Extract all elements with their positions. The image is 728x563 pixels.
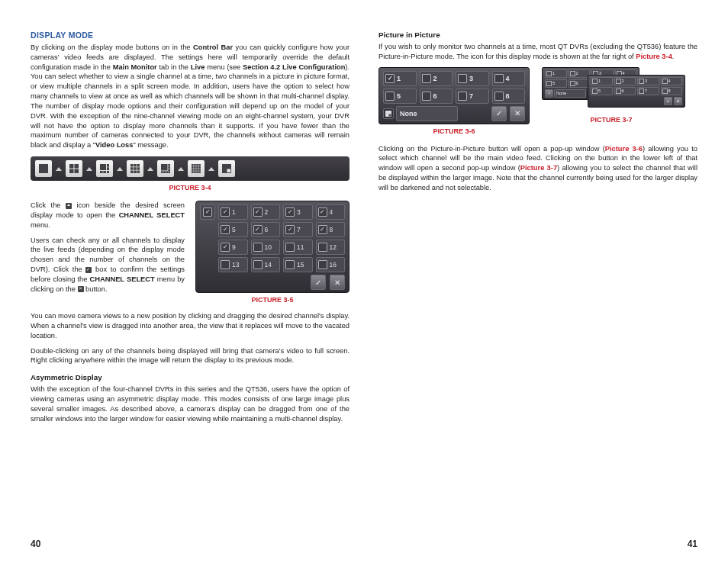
channel-checkbox[interactable]: 11 xyxy=(283,240,313,255)
svg-rect-15 xyxy=(134,167,137,170)
channel-checkbox[interactable]: 7 xyxy=(283,222,313,237)
svg-rect-13 xyxy=(137,164,140,167)
single-view-icon[interactable] xyxy=(35,160,52,177)
heading-pip: Picture in Picture xyxy=(378,31,697,39)
close-button[interactable]: ✕ xyxy=(510,106,525,121)
svg-rect-21 xyxy=(168,164,170,166)
caption-picture-3-7: PICTURE 3-7 xyxy=(542,116,681,124)
arrow-up-icon[interactable] xyxy=(147,167,153,171)
pip-none-option[interactable]: None xyxy=(554,89,586,98)
confirm-button[interactable]: ✓ xyxy=(491,106,507,121)
svg-rect-31 xyxy=(198,164,201,166)
quad-view-icon[interactable] xyxy=(66,160,82,177)
confirm-button[interactable]: ✓ xyxy=(311,275,326,290)
svg-rect-22 xyxy=(168,166,170,169)
svg-rect-6 xyxy=(107,164,109,167)
svg-rect-24 xyxy=(161,171,163,173)
pip-sub-button[interactable]: ▫ xyxy=(545,89,553,98)
channel-checkbox[interactable]: 13 xyxy=(218,257,248,272)
pip-channel[interactable]: 5 xyxy=(383,88,417,104)
svg-rect-10 xyxy=(107,171,109,173)
svg-rect-26 xyxy=(166,171,168,173)
svg-rect-39 xyxy=(198,169,201,171)
page-number-right: 41 xyxy=(688,539,697,549)
svg-rect-28 xyxy=(192,164,194,166)
channel-checkbox[interactable]: 4 xyxy=(316,204,346,220)
svg-rect-43 xyxy=(198,171,201,173)
select-all-checkbox[interactable] xyxy=(200,204,215,220)
channel-checkbox[interactable]: 16 xyxy=(316,257,346,272)
svg-rect-23 xyxy=(168,169,170,172)
arrow-up-icon[interactable] xyxy=(117,167,123,171)
svg-rect-25 xyxy=(163,171,166,173)
pip-sub-button[interactable] xyxy=(383,108,394,119)
svg-rect-27 xyxy=(168,171,170,173)
arrow-up-icon[interactable] xyxy=(56,167,62,171)
svg-rect-5 xyxy=(100,164,106,170)
display-mode-toolbar xyxy=(31,156,350,181)
confirm-button[interactable]: ✓ xyxy=(664,97,672,105)
pip-channel[interactable]: 3 xyxy=(456,71,489,86)
para-drag: You can move camera views to a new posit… xyxy=(31,311,350,340)
pip-channel[interactable]: 1 xyxy=(545,69,567,78)
close-button[interactable]: ✕ xyxy=(674,97,682,105)
channel-checkbox[interactable]: 8 xyxy=(316,222,346,237)
pip-channel[interactable]: 4 xyxy=(492,71,526,86)
nine-view-icon[interactable] xyxy=(127,160,143,177)
channel-checkbox[interactable]: 10 xyxy=(251,240,281,255)
svg-rect-34 xyxy=(196,166,198,169)
svg-rect-45 xyxy=(227,169,231,173)
channel-checkbox[interactable]: 6 xyxy=(251,222,281,237)
channel-checkbox[interactable]: 5 xyxy=(218,222,248,237)
svg-rect-33 xyxy=(194,166,196,169)
svg-rect-12 xyxy=(134,164,137,167)
channel-select-panel: 1 2 3 4 5 6 7 8 9 10 xyxy=(195,201,350,293)
para-pip-intro: If you wish to only monitor two channels… xyxy=(378,42,697,62)
para-channel-select-2: Users can check any or all channels to d… xyxy=(31,236,185,294)
arrow-up-icon[interactable] xyxy=(208,167,214,171)
channel-checkbox[interactable]: 12 xyxy=(316,240,346,255)
channel-checkbox[interactable]: 9 xyxy=(218,240,248,255)
pip-none-option[interactable]: None xyxy=(396,106,458,121)
svg-rect-20 xyxy=(161,164,168,171)
pip-channel[interactable]: 1 xyxy=(383,71,417,86)
para-dblclick: Double-clicking on any of the channels b… xyxy=(31,346,350,366)
svg-rect-29 xyxy=(194,164,196,166)
para-displaymode: By clicking on the display mode buttons … xyxy=(31,43,350,150)
heading-display-mode: DISPLAY MODE xyxy=(31,31,350,40)
pip-channel[interactable]: 7 xyxy=(456,88,489,104)
channel-checkbox[interactable]: 2 xyxy=(251,204,281,220)
caption-picture-3-5: PICTURE 3-5 xyxy=(195,296,350,304)
arrow-up-icon[interactable] xyxy=(178,167,184,171)
svg-rect-47 xyxy=(389,114,391,116)
svg-rect-2 xyxy=(75,164,79,169)
pip-channel[interactable]: 8 xyxy=(492,88,526,104)
svg-rect-8 xyxy=(100,171,103,173)
svg-rect-40 xyxy=(192,171,194,173)
channel-checkbox[interactable]: 3 xyxy=(283,204,313,220)
close-icon xyxy=(78,286,84,292)
pip-view-icon[interactable] xyxy=(218,160,235,177)
svg-rect-32 xyxy=(192,166,194,169)
svg-rect-38 xyxy=(196,169,198,171)
channel-checkbox[interactable]: 15 xyxy=(283,257,313,272)
svg-rect-35 xyxy=(198,166,201,169)
sixteen-view-icon[interactable] xyxy=(188,160,205,177)
arrow-up-icon xyxy=(66,203,72,209)
arrow-up-icon[interactable] xyxy=(86,167,92,171)
pip-channel[interactable]: 6 xyxy=(420,88,453,104)
six-view-icon[interactable] xyxy=(96,160,113,177)
svg-rect-9 xyxy=(103,171,106,173)
channel-checkbox[interactable]: 14 xyxy=(251,257,281,272)
asym-view-icon[interactable] xyxy=(157,160,174,177)
check-icon xyxy=(85,267,92,273)
para-pip-explain: Clicking on the Picture-in-Picture butto… xyxy=(378,144,697,193)
svg-rect-17 xyxy=(130,171,134,174)
caption-picture-3-6: PICTURE 3-6 xyxy=(378,127,530,135)
pip-channel[interactable]: 2 xyxy=(420,71,453,86)
channel-checkbox[interactable]: 1 xyxy=(218,204,248,220)
close-button[interactable]: ✕ xyxy=(330,275,345,290)
para-asymmetric: With the exception of the four-channel D… xyxy=(31,384,350,423)
svg-rect-14 xyxy=(130,167,134,170)
svg-rect-18 xyxy=(134,171,137,174)
